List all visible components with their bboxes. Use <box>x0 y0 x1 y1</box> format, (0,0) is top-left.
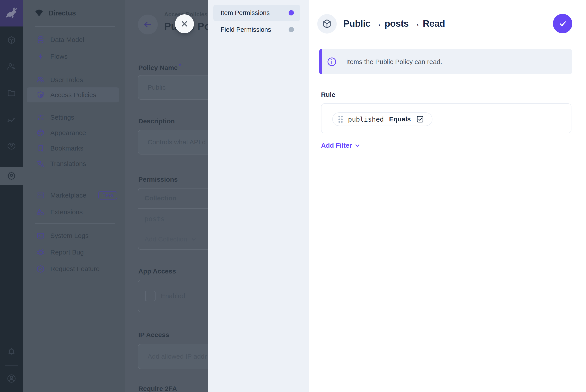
rabbit-logo-icon <box>5 6 18 20</box>
module-help-icon[interactable] <box>0 137 23 155</box>
drag-handle-icon[interactable] <box>338 116 343 123</box>
sidebar: Directus Data Model Flows User Roles <box>23 0 125 392</box>
storefront-icon <box>37 191 44 199</box>
sidebar-item-bookmarks[interactable]: Bookmarks <box>23 140 125 156</box>
description-input[interactable]: Controls what API d <box>138 130 208 154</box>
palette-icon <box>37 129 44 137</box>
directus-app: Directus Data Model Flows User Roles <box>0 0 586 392</box>
project-header[interactable]: Directus <box>23 0 125 26</box>
permissions-header-row: Collection <box>138 188 208 208</box>
sidebar-item-label: Flows <box>50 53 67 60</box>
translate-icon <box>37 160 44 168</box>
enabled-checkbox[interactable] <box>145 291 155 301</box>
collection-value: posts <box>144 215 164 223</box>
chevron-down-icon <box>354 142 361 149</box>
permission-drawer: Public → posts → Read Items the Public P… <box>309 0 586 392</box>
sidebar-item-report-bug[interactable]: Report Bug <box>23 244 125 260</box>
main-content-dimmed: Access Policies Public Po Policy Name* P… <box>125 0 208 392</box>
ip-access-label: IP Access <box>138 331 169 338</box>
ip-access-input[interactable]: Add allowed IP addr <box>138 344 208 369</box>
sidebar-item-settings[interactable]: Settings <box>23 110 125 125</box>
module-content-icon[interactable] <box>0 31 23 49</box>
sidebar-divider <box>35 107 115 107</box>
bug-icon <box>37 248 44 256</box>
policy-name-input[interactable]: Public <box>138 75 208 100</box>
database-icon <box>37 36 44 44</box>
sidebar-divider <box>35 68 115 68</box>
shapes-icon <box>37 208 44 216</box>
module-settings-active[interactable] <box>0 167 23 185</box>
account-avatar-icon[interactable] <box>0 370 23 387</box>
sidebar-item-marketplace[interactable]: Marketplace Beta <box>23 188 125 203</box>
collection-cube-badge <box>317 14 337 34</box>
sidebar-item-label: Settings <box>50 114 74 121</box>
check-icon <box>558 19 568 28</box>
terminal-icon <box>37 232 44 240</box>
sidebar-item-label: Access Policies <box>50 91 96 99</box>
drawer-title: Public → posts → Read <box>343 18 445 29</box>
project-name: Directus <box>48 9 76 17</box>
modbar-divider <box>5 365 18 366</box>
sidebar-item-data-model[interactable]: Data Model <box>23 32 125 48</box>
sidebar-item-flows[interactable]: Flows <box>23 49 125 64</box>
module-bar <box>0 0 23 392</box>
app-access-box: Enabled <box>138 280 208 312</box>
sidebar-item-user-roles[interactable]: User Roles <box>23 72 125 88</box>
save-button[interactable] <box>553 14 572 33</box>
permissions-row-posts[interactable]: posts <box>138 208 208 229</box>
module-files-icon[interactable] <box>0 84 23 102</box>
sidebar-item-translations[interactable]: Translations <box>23 156 125 172</box>
sidebar-divider <box>35 177 115 177</box>
sidebar-item-request-feature[interactable]: Request Feature <box>23 261 125 276</box>
sidebar-item-label: Marketplace <box>50 192 86 199</box>
rule-section-label: Rule <box>321 91 335 98</box>
item-permissions-status-dot <box>289 10 294 16</box>
directus-logo[interactable] <box>0 0 23 26</box>
tab-label: Field Permissions <box>221 26 271 33</box>
sidebar-item-label: System Logs <box>50 232 88 240</box>
filter-condition-pill[interactable]: published Equals <box>332 112 432 126</box>
filter-operator[interactable]: Equals <box>389 116 411 123</box>
sidebar-item-label: Extensions <box>50 208 83 216</box>
policy-name-value: Public <box>148 84 166 91</box>
ip-access-placeholder: Add allowed IP addr <box>148 353 207 360</box>
beta-badge: Beta <box>98 191 117 200</box>
arrow-left-icon <box>143 20 153 30</box>
close-icon <box>180 20 189 28</box>
project-wedge-icon <box>34 8 44 18</box>
chevron-down-icon <box>191 236 197 242</box>
sidebar-item-extensions[interactable]: Extensions <box>23 204 125 220</box>
sidebar-item-label: Translations <box>50 160 86 168</box>
field-permissions-status-dot <box>289 27 294 32</box>
cube-icon <box>322 19 332 29</box>
add-filter-label: Add Filter <box>321 142 352 149</box>
sidebar-item-label: Request Feature <box>50 265 99 272</box>
sidebar-item-appearance[interactable]: Appearance <box>23 125 125 140</box>
permissions-label: Permissions <box>138 176 178 183</box>
policy-name-label: Policy Name* <box>138 62 181 72</box>
tab-item-permissions[interactable]: Item Permissions <box>221 9 270 16</box>
sidebar-item-system-logs[interactable]: System Logs <box>23 228 125 244</box>
sidebar-item-label: User Roles <box>50 76 83 84</box>
sidebar-divider <box>35 26 115 27</box>
user-roles-icon <box>37 76 44 84</box>
add-filter-button[interactable]: Add Filter <box>321 142 361 149</box>
gear-icon <box>7 171 16 180</box>
tab-field-permissions[interactable]: Field Permissions <box>221 26 271 33</box>
back-button[interactable] <box>138 14 158 34</box>
sidebar-item-label: Bookmarks <box>50 144 83 152</box>
info-icon <box>327 57 337 67</box>
sidebar-item-access-policies[interactable]: Access Policies <box>23 87 125 103</box>
add-collection-row[interactable]: Add Collection <box>138 229 208 250</box>
sidebar-divider <box>35 223 115 224</box>
filter-field[interactable]: published <box>348 116 384 123</box>
tab-label: Item Permissions <box>221 9 270 16</box>
module-users-icon[interactable] <box>0 58 23 76</box>
notifications-bell-icon[interactable] <box>0 343 23 361</box>
description-value: Controls what API d <box>148 138 206 146</box>
close-drawer-button[interactable] <box>175 14 194 33</box>
checked-checkbox-icon[interactable] <box>416 115 424 123</box>
notice-accent-bar <box>319 49 322 74</box>
module-insights-icon[interactable] <box>0 111 23 128</box>
tune-icon <box>37 114 44 122</box>
